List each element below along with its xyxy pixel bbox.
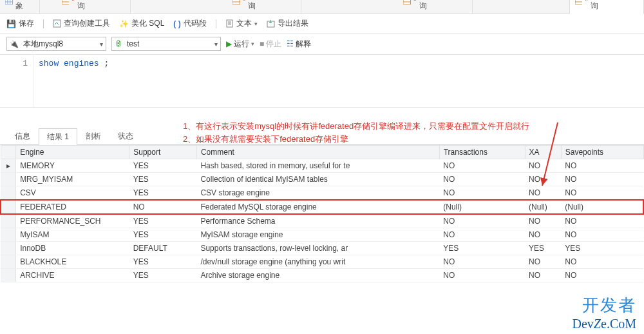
cell-comment[interactable]: Collection of identical MyISAM tables [196, 173, 439, 186]
export-results-button[interactable]: 导出结果 [267, 18, 308, 29]
beautify-sql-button[interactable]: ✨ 美化 SQL [119, 18, 164, 29]
tab-label: 无标题 - 查询 [248, 0, 292, 12]
table-row[interactable]: BLACKHOLEYES/dev/null storage engine (an… [1, 255, 643, 269]
cell-savepoints[interactable]: NO [561, 173, 643, 186]
column-header-comment[interactable]: Comment [196, 146, 439, 159]
cell-engine[interactable]: MEMORY [16, 159, 129, 173]
result-tab-status[interactable]: 状态 [109, 128, 142, 144]
cell-xa[interactable]: NO [525, 173, 561, 186]
cell-xa[interactable]: NO [525, 159, 561, 173]
cell-support[interactable]: YES [129, 159, 197, 173]
cell-xa[interactable]: YES [525, 242, 561, 255]
column-header-engine[interactable]: Engine [16, 146, 129, 159]
cell-savepoints[interactable]: NO [561, 159, 643, 173]
tab-query-3[interactable]: * 无标题 - 查询 [398, 0, 472, 14]
tab-label: 无标题 - 查询 [419, 0, 463, 12]
cell-comment[interactable]: Hash based, stored in memory, useful for… [196, 159, 439, 173]
cell-savepoints[interactable]: NO [561, 269, 643, 282]
cell-xa[interactable]: NO [525, 269, 561, 282]
cell-transactions[interactable]: NO [439, 159, 525, 173]
database-select[interactable]: 🛢 test ▾ [111, 37, 221, 51]
cell-savepoints[interactable]: NO [561, 228, 643, 242]
toolbar-label: 保存 [19, 18, 34, 29]
cell-transactions[interactable]: NO [439, 255, 525, 269]
save-button[interactable]: 💾 保存 [6, 18, 34, 29]
cell-support[interactable]: YES [129, 269, 197, 282]
table-row[interactable]: ARCHIVEYESArchive storage engineNONONO [1, 269, 643, 282]
cell-support[interactable]: YES [129, 228, 197, 242]
cell-support[interactable]: YES [129, 173, 197, 186]
cell-comment[interactable]: MyISAM storage engine [196, 228, 439, 242]
separator [43, 19, 44, 28]
tab-query-2[interactable]: * 无标题 - 查询 [227, 0, 301, 14]
parens-icon: ( ) [173, 19, 180, 28]
table-row[interactable]: FEDERATEDNOFederated MySQL storage engin… [1, 200, 643, 214]
cell-comment[interactable]: Supports transactions, row-level locking… [196, 242, 439, 255]
cell-support[interactable]: YES [129, 214, 197, 228]
cell-transactions[interactable]: NO [439, 269, 525, 282]
cell-xa[interactable]: NO [525, 228, 561, 242]
result-tab-profile[interactable]: 剖析 [77, 128, 109, 144]
table-row[interactable]: ▸MEMORYYESHash based, stored in memory, … [1, 159, 643, 173]
result-tab-result[interactable]: 结果 1 [39, 128, 77, 145]
cell-comment[interactable]: Federated MySQL storage engine [196, 200, 439, 214]
sql-editor[interactable]: 1 show engines ; [0, 55, 644, 108]
code-snippets-button[interactable]: ( ) 代码段 [173, 18, 206, 29]
result-tab-info[interactable]: 信息 [6, 128, 39, 144]
cell-support[interactable]: YES [129, 255, 197, 269]
cell-engine[interactable]: ARCHIVE [16, 269, 129, 282]
cell-comment[interactable]: /dev/null storage engine (anything you w… [196, 255, 439, 269]
tab-query-1[interactable]: * 无标题 - 查询 [57, 0, 131, 14]
cell-comment[interactable]: Performance Schema [196, 214, 439, 228]
explain-button[interactable]: ☷ 解释 [287, 39, 311, 50]
tab-query-active[interactable]: * 无标题 - 查询 [569, 0, 644, 14]
cell-engine[interactable]: InnoDB [16, 242, 129, 255]
cell-support[interactable]: NO [129, 200, 197, 214]
cell-savepoints[interactable]: YES [561, 242, 643, 255]
column-header-savepoints[interactable]: Savepoints [561, 146, 643, 159]
tab-objects[interactable]: 对象 [0, 0, 40, 14]
cell-xa[interactable]: NO [525, 255, 561, 269]
cell-transactions[interactable]: NO [439, 173, 525, 186]
cell-xa[interactable]: NO [525, 186, 561, 201]
cell-transactions[interactable]: (Null) [439, 200, 525, 214]
cell-support[interactable]: YES [129, 186, 197, 201]
row-marker [1, 228, 16, 242]
cell-engine[interactable]: MyISAM [16, 228, 129, 242]
run-button[interactable]: ▶ 运行 ▾ [226, 39, 254, 50]
cell-transactions[interactable]: NO [439, 228, 525, 242]
cell-transactions[interactable]: YES [439, 242, 525, 255]
result-grid[interactable]: Engine Support Comment Transactions XA S… [0, 145, 644, 282]
column-header-transactions[interactable]: Transactions [439, 146, 525, 159]
table-row[interactable]: MyISAMYESMyISAM storage engineNONONO [1, 228, 643, 242]
stop-button[interactable]: ■ 停止 [260, 39, 281, 50]
cell-savepoints[interactable]: (Null) [561, 200, 643, 214]
tab-label: 无标题 - 查询 [77, 0, 121, 12]
cell-savepoints[interactable]: NO [561, 214, 643, 228]
cell-engine[interactable]: MRG_MYISAM [16, 173, 129, 186]
table-row[interactable]: CSVYESCSV storage engineNONONO [1, 186, 643, 201]
text-button[interactable]: 文本 ▾ [225, 18, 258, 29]
table-row[interactable]: PERFORMANCE_SCHYESPerformance SchemaNONO… [1, 214, 643, 228]
cell-support[interactable]: DEFAULT [129, 242, 197, 255]
column-header-support[interactable]: Support [129, 146, 197, 159]
connection-select[interactable]: 🔌 本地mysql8 ▾ [6, 37, 106, 51]
cell-comment[interactable]: Archive storage engine [196, 269, 439, 282]
table-row[interactable]: InnoDBDEFAULTSupports transactions, row-… [1, 242, 643, 255]
cell-transactions[interactable]: NO [439, 186, 525, 201]
cell-savepoints[interactable]: NO [561, 186, 643, 201]
cell-transactions[interactable]: NO [439, 214, 525, 228]
cell-savepoints[interactable]: NO [561, 255, 643, 269]
column-header-xa[interactable]: XA [525, 146, 561, 159]
cell-engine[interactable]: BLACKHOLE [16, 255, 129, 269]
cell-xa[interactable]: (Null) [525, 200, 561, 214]
sql-code[interactable]: show engines ; [33, 55, 114, 107]
cell-xa[interactable]: NO [525, 214, 561, 228]
cell-engine[interactable]: FEDERATED [16, 200, 129, 214]
cell-engine[interactable]: PERFORMANCE_SCH [16, 214, 129, 228]
save-icon: 💾 [6, 19, 16, 28]
cell-engine[interactable]: CSV [16, 186, 129, 201]
table-row[interactable]: MRG_MYISAMYESCollection of identical MyI… [1, 173, 643, 186]
query-builder-button[interactable]: 查询创建工具 [53, 18, 110, 29]
cell-comment[interactable]: CSV storage engine [196, 186, 439, 201]
